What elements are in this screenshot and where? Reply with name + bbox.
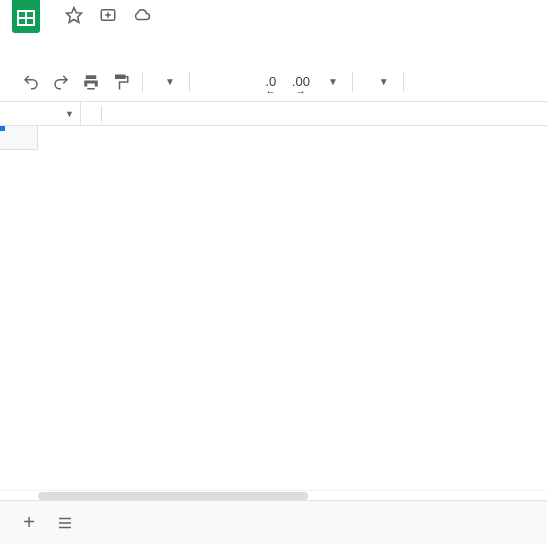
chevron-down-icon[interactable]: ▼ [163,76,181,87]
all-sheets-button[interactable] [50,508,80,538]
move-icon[interactable] [98,5,118,25]
star-icon[interactable] [64,5,84,25]
scrollbar-thumb[interactable] [38,492,308,500]
print-button[interactable] [78,69,104,95]
menu-file[interactable] [52,41,66,45]
select-all-corner[interactable] [0,126,38,150]
chevron-down-icon[interactable]: ▼ [326,76,344,87]
decrease-decimal-button[interactable]: .0← [258,69,284,95]
sheets-logo[interactable] [8,0,44,33]
toolbar: ▼ .0← .00→ ▼ ▼ [0,62,547,102]
svg-rect-6 [59,517,71,519]
menu-bar [0,30,547,56]
increase-decimal-button[interactable]: .00→ [288,69,314,95]
menu-edit[interactable] [68,41,82,45]
percent-button[interactable] [228,69,254,95]
paint-format-button[interactable] [108,69,134,95]
chevron-down-icon[interactable]: ▼ [377,76,395,87]
formula-bar: ▼ [0,102,547,126]
formula-input[interactable] [108,102,547,125]
name-box[interactable]: ▼ [0,109,80,119]
sheet-tab-bar: + [0,500,547,544]
menu-format[interactable] [116,41,130,45]
menu-insert[interactable] [100,41,114,45]
menu-tools[interactable] [148,41,162,45]
menu-extensions[interactable] [164,41,178,45]
horizontal-scrollbar[interactable] [0,490,547,500]
undo-button[interactable] [18,69,44,95]
svg-marker-4 [67,8,82,23]
redo-button[interactable] [48,69,74,95]
menu-help[interactable] [180,41,194,45]
svg-rect-7 [59,522,71,524]
svg-rect-8 [59,526,71,528]
spreadsheet-grid[interactable] [0,126,547,490]
add-sheet-button[interactable]: + [14,508,44,538]
chevron-down-icon: ▼ [65,109,74,119]
currency-button[interactable] [198,69,224,95]
number-format-button[interactable] [318,69,322,95]
menu-data[interactable] [132,41,146,45]
cloud-status-icon[interactable] [132,5,152,25]
menu-view[interactable] [84,41,98,45]
